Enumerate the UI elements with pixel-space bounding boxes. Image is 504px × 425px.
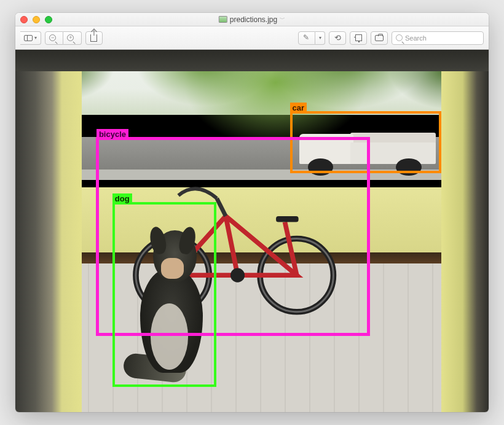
sidebar-icon (24, 35, 33, 41)
sidebar-toggle-button[interactable]: ▾ (20, 31, 41, 45)
rotate-icon: ⟲ (334, 33, 341, 42)
image-viewport[interactable]: car bicycle dog (15, 50, 489, 412)
image-scene: car bicycle dog (15, 50, 489, 412)
rotate-button[interactable]: ⟲ (329, 31, 346, 45)
toolbox-icon (375, 35, 384, 41)
bbox-car-label: car (290, 103, 307, 113)
toolbar: ▾ − + ▾ ⟲ (15, 26, 489, 50)
search-placeholder: Search (405, 34, 427, 42)
title-chevron-icon: ﹀ (280, 15, 285, 23)
bbox-bicycle-label: bicycle (96, 129, 128, 139)
bbox-dog: dog (112, 202, 216, 387)
titlebar[interactable]: predictions.jpg ﹀ (15, 13, 489, 26)
search-input[interactable]: Search (392, 31, 484, 45)
markup-menu-button[interactable]: ▾ (315, 31, 325, 45)
toolbox-button[interactable] (371, 31, 388, 45)
chevron-down-icon: ▾ (319, 35, 321, 41)
zoom-button[interactable] (45, 16, 52, 23)
view-group: ▾ (20, 31, 41, 45)
bbox-dog-label: dog (112, 193, 132, 204)
image-file-icon (219, 16, 227, 23)
share-button[interactable] (85, 31, 103, 45)
pencil-icon (303, 34, 310, 42)
zoom-in-button[interactable]: + (63, 31, 81, 45)
markup-button[interactable] (298, 31, 315, 45)
window-title-text: predictions.jpg (230, 15, 277, 24)
search-icon (396, 34, 403, 41)
traffic-lights (20, 16, 52, 23)
window-title[interactable]: predictions.jpg ﹀ (219, 15, 285, 24)
crop-icon (355, 34, 362, 41)
zoom-group: − + (45, 31, 82, 45)
zoom-out-button[interactable]: − (45, 31, 63, 45)
preview-window: predictions.jpg ﹀ ▾ − + (15, 13, 489, 412)
crop-button[interactable] (350, 31, 367, 45)
markup-group: ▾ (298, 31, 325, 45)
close-button[interactable] (20, 16, 28, 23)
minimize-button[interactable] (33, 16, 40, 23)
share-icon (90, 34, 97, 42)
chevron-down-icon: ▾ (34, 35, 37, 41)
